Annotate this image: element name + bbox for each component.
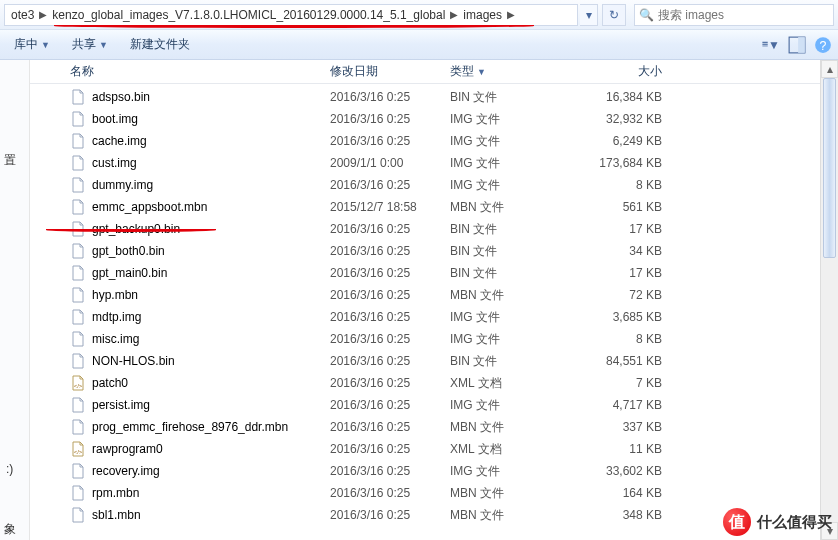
crumb-0[interactable]: ote3 (9, 8, 36, 22)
search-input[interactable] (658, 8, 829, 22)
help-button[interactable]: ? (814, 36, 832, 54)
file-name-cell: rpm.mbn (70, 485, 330, 501)
col-size[interactable]: 大小 (570, 63, 670, 80)
file-date: 2016/3/16 0:25 (330, 442, 450, 456)
file-name: mdtp.img (92, 310, 141, 324)
file-icon: </> (70, 375, 86, 391)
file-type: BIN 文件 (450, 221, 570, 238)
file-date: 2016/3/16 0:25 (330, 222, 450, 236)
col-date[interactable]: 修改日期 (330, 63, 450, 80)
svg-rect-2 (762, 46, 767, 47)
file-date: 2016/3/16 0:25 (330, 266, 450, 280)
file-name-cell: </>rawprogram0 (70, 441, 330, 457)
file-date: 2016/3/16 0:25 (330, 398, 450, 412)
file-row[interactable]: boot.img2016/3/16 0:25IMG 文件32,932 KB (30, 108, 820, 130)
file-name: emmc_appsboot.mbn (92, 200, 207, 214)
file-row[interactable]: rpm.mbn2016/3/16 0:25MBN 文件164 KB (30, 482, 820, 504)
file-icon (70, 507, 86, 523)
file-row[interactable]: </>patch02016/3/16 0:25XML 文档7 KB (30, 372, 820, 394)
crumb-1[interactable]: kenzo_global_images_V7.1.8.0.LHOMICL_201… (50, 8, 447, 22)
file-date: 2016/3/16 0:25 (330, 134, 450, 148)
file-name: recovery.img (92, 464, 160, 478)
file-icon (70, 353, 86, 369)
file-name: adspso.bin (92, 90, 150, 104)
search-box[interactable]: 🔍 (634, 4, 834, 26)
watermark: 值 什么值得买 (723, 508, 832, 536)
sort-dropdown-icon[interactable]: ▼ (477, 67, 486, 77)
col-type[interactable]: 类型 ▼ (450, 63, 570, 80)
file-icon (70, 89, 86, 105)
file-name-cell: hyp.mbn (70, 287, 330, 303)
file-date: 2016/3/16 0:25 (330, 90, 450, 104)
scroll-up-button[interactable]: ▴ (821, 60, 838, 78)
file-row[interactable]: hyp.mbn2016/3/16 0:25MBN 文件72 KB (30, 284, 820, 306)
file-date: 2016/3/16 0:25 (330, 178, 450, 192)
crumb-arrow-icon[interactable]: ▶ (36, 9, 50, 20)
file-row[interactable]: gpt_both0.bin2016/3/16 0:25BIN 文件34 KB (30, 240, 820, 262)
file-type: IMG 文件 (450, 111, 570, 128)
file-icon (70, 331, 86, 347)
col-name[interactable]: 名称 (70, 63, 330, 80)
file-row[interactable]: recovery.img2016/3/16 0:25IMG 文件33,602 K… (30, 460, 820, 482)
file-name: rpm.mbn (92, 486, 139, 500)
file-icon (70, 397, 86, 413)
file-row[interactable]: sbl1.mbn2016/3/16 0:25MBN 文件348 KB (30, 504, 820, 526)
file-type: MBN 文件 (450, 287, 570, 304)
new-folder-button[interactable]: 新建文件夹 (122, 33, 198, 56)
chevron-down-icon: ▼ (768, 38, 780, 52)
file-size: 32,932 KB (570, 112, 670, 126)
file-type: IMG 文件 (450, 309, 570, 326)
file-row[interactable]: prog_emmc_firehose_8976_ddr.mbn2016/3/16… (30, 416, 820, 438)
scroll-thumb[interactable] (823, 78, 836, 258)
file-row[interactable]: dummy.img2016/3/16 0:25IMG 文件8 KB (30, 174, 820, 196)
file-name-cell: adspso.bin (70, 89, 330, 105)
file-type: XML 文档 (450, 441, 570, 458)
crumb-arrow-icon[interactable]: ▶ (504, 9, 518, 20)
file-row[interactable]: </>rawprogram02016/3/16 0:25XML 文档11 KB (30, 438, 820, 460)
file-row[interactable]: cache.img2016/3/16 0:25IMG 文件6,249 KB (30, 130, 820, 152)
file-size: 17 KB (570, 222, 670, 236)
file-date: 2016/3/16 0:25 (330, 244, 450, 258)
file-row[interactable]: cust.img2009/1/1 0:00IMG 文件173,684 KB (30, 152, 820, 174)
breadcrumb-path[interactable]: ote3 ▶ kenzo_global_images_V7.1.8.0.LHOM… (4, 4, 578, 26)
file-row[interactable]: adspso.bin2016/3/16 0:25BIN 文件16,384 KB (30, 86, 820, 108)
file-icon (70, 419, 86, 435)
include-library-button[interactable]: 库中▼ (6, 33, 58, 56)
share-button[interactable]: 共享▼ (64, 33, 116, 56)
refresh-button[interactable]: ↻ (602, 4, 626, 26)
file-name-cell: misc.img (70, 331, 330, 347)
crumb-arrow-icon[interactable]: ▶ (447, 9, 461, 20)
file-type: IMG 文件 (450, 331, 570, 348)
path-dropdown-button[interactable]: ▾ (580, 4, 598, 26)
file-name-cell: NON-HLOS.bin (70, 353, 330, 369)
file-row[interactable]: misc.img2016/3/16 0:25IMG 文件8 KB (30, 328, 820, 350)
bottom-cut-label: 象 (0, 519, 20, 540)
scroll-track[interactable] (821, 78, 838, 522)
crumb-2[interactable]: images (461, 8, 504, 22)
vertical-scrollbar[interactable]: ▴ ▾ (820, 60, 838, 540)
file-type: BIN 文件 (450, 243, 570, 260)
file-name-cell: </>patch0 (70, 375, 330, 391)
file-size: 348 KB (570, 508, 670, 522)
file-row[interactable]: gpt_main0.bin2016/3/16 0:25BIN 文件17 KB (30, 262, 820, 284)
file-name-cell: sbl1.mbn (70, 507, 330, 523)
svg-rect-1 (762, 44, 767, 45)
file-name: gpt_main0.bin (92, 266, 167, 280)
file-row[interactable]: mdtp.img2016/3/16 0:25IMG 文件3,685 KB (30, 306, 820, 328)
file-name-cell: cust.img (70, 155, 330, 171)
file-type: IMG 文件 (450, 177, 570, 194)
file-type: MBN 文件 (450, 199, 570, 216)
chevron-down-icon: ▼ (41, 40, 50, 50)
view-options-button[interactable]: ▼ (762, 36, 780, 54)
file-row[interactable]: emmc_appsboot.mbn2015/12/7 18:58MBN 文件56… (30, 196, 820, 218)
file-size: 17 KB (570, 266, 670, 280)
file-date: 2015/12/7 18:58 (330, 200, 450, 214)
file-name-cell: cache.img (70, 133, 330, 149)
file-icon (70, 155, 86, 171)
file-row[interactable]: NON-HLOS.bin2016/3/16 0:25BIN 文件84,551 K… (30, 350, 820, 372)
toolbar: 库中▼ 共享▼ 新建文件夹 ▼ ? (0, 30, 838, 60)
preview-pane-button[interactable] (788, 36, 806, 54)
left-sidebar: 置 :) (0, 60, 30, 540)
file-name-cell: boot.img (70, 111, 330, 127)
file-row[interactable]: persist.img2016/3/16 0:25IMG 文件4,717 KB (30, 394, 820, 416)
